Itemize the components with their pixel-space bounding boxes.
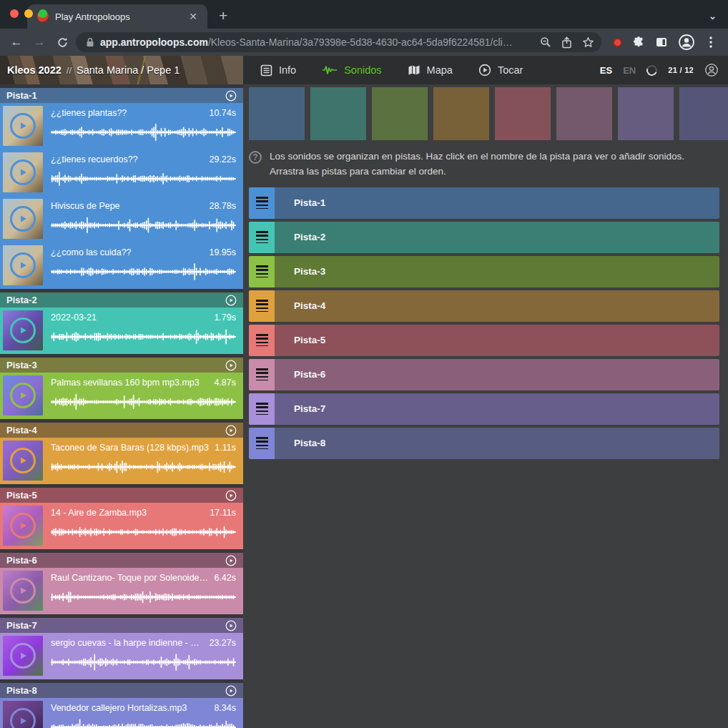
clip-row[interactable]: 2022-03-211.79s <box>0 308 243 354</box>
clip-row[interactable]: 14 - Aire de Zamba.mp317.11s <box>0 503 243 549</box>
clip-play-button[interactable] <box>10 513 36 538</box>
track-bar-pista-1[interactable]: Pista-1 <box>249 187 719 219</box>
track-drag-handle[interactable] <box>249 222 275 253</box>
back-button[interactable]: ← <box>7 33 26 51</box>
clip-thumbnail[interactable] <box>3 441 43 481</box>
clip-row[interactable]: Raul Cantizano- Toque por Solenoide.mp36… <box>0 568 243 614</box>
browser-menu-icon[interactable] <box>705 36 717 49</box>
track-header-pista-4[interactable]: Pista-4 <box>0 423 243 438</box>
new-tab-button[interactable]: + <box>215 7 232 24</box>
clip-thumbnail[interactable] <box>3 310 43 350</box>
clip-thumbnail[interactable] <box>3 506 43 546</box>
track-header-pista-2[interactable]: Pista-2 <box>0 292 243 308</box>
clip-play-button[interactable] <box>10 159 36 185</box>
track-drag-handle[interactable] <box>249 393 275 425</box>
track-bar-pista-5[interactable]: Pista-5 <box>249 325 719 356</box>
track-header-pista-3[interactable]: Pista-3 <box>0 358 243 373</box>
clip-row[interactable]: ¿¿tienes recuerdos??29.22s <box>0 149 243 196</box>
zoom-level-icon[interactable] <box>540 36 551 48</box>
track-play-icon[interactable] <box>225 685 237 697</box>
nav-tab-info[interactable]: Info <box>260 64 296 77</box>
clip-thumbnail[interactable] <box>3 375 43 415</box>
zoom-window-button[interactable] <box>39 9 47 18</box>
recorder-extension-icon[interactable] <box>613 38 622 47</box>
clip-play-button[interactable] <box>10 578 36 604</box>
clip-play-button[interactable] <box>10 206 36 232</box>
address-bar[interactable]: app.antropoloops.com/Kleos-Santa-Marina/… <box>76 32 601 52</box>
track-bar-pista-6[interactable]: Pista-6 <box>249 359 719 390</box>
clip-play-button[interactable] <box>10 318 36 343</box>
track-color-swatch-pista-7[interactable] <box>618 87 674 140</box>
track-play-icon[interactable] <box>225 490 237 501</box>
track-header-pista-5[interactable]: Pista-5 <box>0 488 243 503</box>
tab-close-icon[interactable]: ✕ <box>186 10 200 23</box>
clip-thumbnail[interactable] <box>3 199 43 239</box>
clip-row[interactable]: Hiviscus de Pepe28.78s <box>0 196 243 242</box>
bookmark-star-icon[interactable] <box>582 36 594 49</box>
side-panel-icon[interactable] <box>655 36 668 49</box>
track-header-pista-8[interactable]: Pista-8 <box>0 683 243 698</box>
track-bar-pista-7[interactable]: Pista-7 <box>249 393 719 425</box>
track-play-icon[interactable] <box>225 360 237 371</box>
track-bar-pista-2[interactable]: Pista-2 <box>249 222 719 253</box>
clip-play-button[interactable] <box>10 252 36 278</box>
language-en-button[interactable]: EN <box>623 65 636 76</box>
breadcrumb[interactable]: Kleos 2022 // Santa Marina / Pepe 1 <box>0 56 243 84</box>
nav-tab-sonidos[interactable]: Sonidos <box>322 64 381 76</box>
track-play-icon[interactable] <box>225 90 237 102</box>
reload-button[interactable] <box>53 33 72 51</box>
extensions-puzzle-icon[interactable] <box>632 36 645 49</box>
clip-row[interactable]: ¿¿como las cuida??19.95s <box>0 242 243 289</box>
clip-row[interactable]: Vendedor callejero Hortalizas.mp38.34s <box>0 698 243 728</box>
clip-thumbnail[interactable] <box>3 152 43 192</box>
clip-row[interactable]: Palmas sevillanas 160 bpm mp3.mp34.87s <box>0 373 243 419</box>
track-color-swatch-pista-2[interactable] <box>310 87 366 140</box>
track-color-swatch-pista-6[interactable] <box>556 87 612 140</box>
track-drag-handle[interactable] <box>249 359 275 390</box>
track-play-icon[interactable] <box>225 425 237 436</box>
track-drag-handle[interactable] <box>249 290 275 322</box>
track-bar-pista-4[interactable]: Pista-4 <box>249 290 719 322</box>
tab-search-chevron-icon[interactable]: ⌄ <box>709 11 717 21</box>
track-play-icon[interactable] <box>225 620 237 631</box>
clip-thumbnail[interactable] <box>3 701 43 728</box>
track-drag-handle[interactable] <box>249 187 275 219</box>
clip-row[interactable]: ¿¿tienes plantas??10.74s <box>0 103 243 149</box>
forward-button[interactable]: → <box>30 33 49 51</box>
track-color-swatch-pista-5[interactable] <box>495 87 551 140</box>
close-window-button[interactable] <box>10 9 19 18</box>
track-color-swatch-pista-1[interactable] <box>249 87 305 140</box>
track-play-icon[interactable] <box>225 555 237 566</box>
clip-thumbnail[interactable] <box>3 245 43 285</box>
nav-tab-mapa[interactable]: Mapa <box>408 64 453 76</box>
track-bar-pista-3[interactable]: Pista-3 <box>249 256 719 287</box>
clip-play-button[interactable] <box>10 383 36 408</box>
browser-tab[interactable]: Play Antropoloops ✕ <box>27 4 207 29</box>
minimize-window-button[interactable] <box>24 9 33 18</box>
clip-row[interactable]: sergio cuevas - la harpe indienne - 03 -… <box>0 633 243 679</box>
track-drag-handle[interactable] <box>249 428 275 459</box>
clip-play-button[interactable] <box>10 448 36 473</box>
share-icon[interactable] <box>561 36 572 49</box>
track-header-pista-1[interactable]: Pista-1 <box>0 88 243 103</box>
account-icon[interactable] <box>704 63 719 77</box>
track-header-pista-7[interactable]: Pista-7 <box>0 618 243 633</box>
clip-thumbnail[interactable] <box>3 571 43 611</box>
clip-play-button[interactable] <box>10 643 36 669</box>
profile-avatar-icon[interactable] <box>678 34 695 51</box>
track-drag-handle[interactable] <box>249 325 275 356</box>
track-bar-pista-8[interactable]: Pista-8 <box>249 428 719 459</box>
track-color-swatch-pista-3[interactable] <box>372 87 428 140</box>
track-header-pista-6[interactable]: Pista-6 <box>0 553 243 568</box>
track-color-swatch-pista-4[interactable] <box>433 87 489 140</box>
language-es-button[interactable]: ES <box>600 65 612 76</box>
clip-thumbnail[interactable] <box>3 636 43 676</box>
clip-play-button[interactable] <box>10 708 36 728</box>
clip-row[interactable]: Taconeo de Sara Baras (128 kbps).mp31.11… <box>0 438 243 484</box>
clip-thumbnail[interactable] <box>3 106 43 146</box>
nav-tab-tocar[interactable]: Tocar <box>478 64 523 77</box>
track-play-icon[interactable] <box>225 295 237 306</box>
track-color-swatch-pista-8[interactable] <box>679 87 728 140</box>
clip-play-button[interactable] <box>10 113 36 139</box>
track-drag-handle[interactable] <box>249 256 275 287</box>
